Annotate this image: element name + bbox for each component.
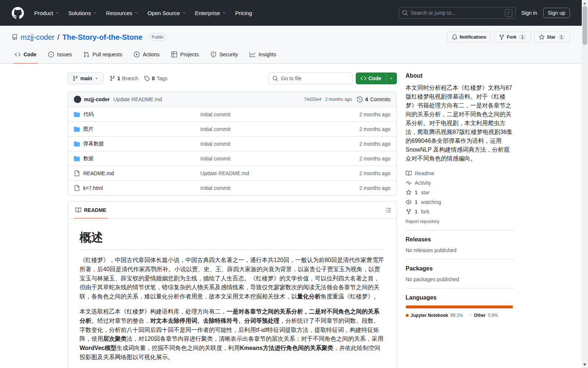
notifications-button[interactable]: Notifications [447, 32, 491, 43]
commit-message-link[interactable]: Initial commit [200, 112, 321, 117]
commit-date: 2 months ago [321, 141, 391, 147]
history-icon [357, 96, 363, 102]
watchers-link[interactable]: 1watching [406, 199, 514, 205]
repo-icon [12, 34, 18, 40]
report-repository-link[interactable]: Report repository [406, 219, 514, 224]
toolbar-right: Code [268, 72, 397, 84]
search-input[interactable] [411, 10, 502, 16]
tab-insights[interactable]: Insights [245, 46, 280, 63]
header-search[interactable]: / [399, 7, 516, 19]
tab-pull-requests[interactable]: Pull requests [79, 46, 126, 63]
nav-solutions[interactable]: Solutions [65, 7, 100, 19]
divider [406, 230, 514, 230]
language-segment-jupyter[interactable] [406, 305, 513, 308]
commit-hash-time[interactable]: 74d33e4 · 2 months ago [304, 97, 352, 102]
readme-section: README 概述 《红楼梦》，中国古代章回体长篇小说，中国古典四大名著之一，通… [68, 201, 397, 368]
stargazers-link[interactable]: 1star [406, 190, 514, 195]
goto-file-search[interactable] [268, 72, 353, 84]
tab-projects[interactable]: Projects [167, 46, 203, 63]
scrollbar-thumb[interactable] [582, 6, 587, 45]
forks-link[interactable]: 1fork [406, 209, 514, 215]
language-item-other[interactable]: Other 0.9% [469, 313, 498, 318]
sidebar: About 本文同时分析程乙本《红楼梦》文档与87版红楼梦电视剧弹幕语料。对于《… [406, 72, 514, 368]
folder-icon [74, 141, 80, 147]
tag-icon [144, 75, 150, 81]
outline-icon[interactable] [383, 205, 394, 215]
language-bar[interactable] [406, 305, 514, 308]
fork-button[interactable]: Fork 1 [494, 32, 531, 43]
chevron-down-icon [389, 76, 394, 81]
divider [406, 288, 514, 289]
file-link[interactable]: 弹幕数据 [83, 141, 104, 147]
file-link[interactable]: 代码 [83, 111, 94, 118]
table-row: README.md Update README.md 2 months ago [68, 166, 397, 180]
file-toolbar: main 1Branch 0Tags [68, 72, 397, 84]
star-icon [406, 190, 412, 195]
pull-request-icon [83, 52, 89, 57]
file-link[interactable]: 数据 [83, 155, 94, 162]
bell-icon [452, 34, 458, 40]
divider [406, 259, 514, 259]
file-link[interactable]: README.md [83, 170, 114, 176]
readme-link[interactable]: Readme [406, 170, 514, 176]
commit-author-link[interactable]: mzjj-coder [84, 96, 110, 102]
visibility-badge: Public [148, 33, 167, 41]
play-icon [134, 52, 140, 57]
avatar[interactable] [74, 96, 81, 103]
github-repo-page: Product Solutions Resources Open Source … [0, 0, 582, 368]
tags-link[interactable]: 0Tags [144, 75, 167, 81]
chevron-down-icon [134, 11, 139, 15]
sign-up-button[interactable]: Sign up [543, 8, 570, 18]
repo-name-link[interactable]: The-Story-of-the-Stone [62, 33, 143, 42]
readme-paragraph: 本文选取程乙本《红楼梦》构建语料库，处理方向有二，一是对各章节之间的关系分析，二… [80, 307, 385, 362]
commit-date: 2 months ago [321, 126, 391, 132]
star-count: 1 [557, 34, 565, 40]
branches-link[interactable]: 1Branch [110, 75, 138, 81]
nav-resources[interactable]: Resources [103, 7, 141, 19]
commit-message-link[interactable]: Initial commit [200, 185, 321, 191]
commit-message-link[interactable]: Update README.md [114, 96, 162, 102]
commit-message-link[interactable]: Initial commit [200, 156, 321, 162]
branch-selector[interactable]: main [68, 72, 104, 84]
search-icon [402, 10, 408, 16]
commit-message-link[interactable]: Initial commit [200, 126, 321, 132]
chevron-down-icon [55, 11, 60, 15]
readme-tab[interactable]: README [71, 202, 111, 218]
commit-message-link[interactable]: Initial commit [200, 141, 321, 147]
language-segment-other[interactable] [513, 305, 514, 308]
file-link[interactable]: 图片 [83, 126, 94, 132]
commit-date: 2 months ago [321, 112, 391, 117]
nav-enterprise[interactable]: Enterprise [192, 7, 229, 19]
file-link[interactable]: k=7.html [83, 185, 103, 191]
latest-commit-bar: mzjj-coder Update README.md 74d33e4 · 2 … [68, 92, 397, 107]
code-icon [15, 52, 21, 57]
commit-message-link[interactable]: Update README.md [200, 170, 321, 176]
breadcrumb: mzjj-coder / The-Story-of-the-Stone Publ… [12, 33, 167, 42]
nav-open-source[interactable]: Open Source [144, 7, 189, 19]
vertical-scrollbar[interactable] [582, 0, 588, 368]
repo-header: mzjj-coder / The-Story-of-the-Stone Publ… [0, 26, 582, 64]
packages-title: Packages [406, 265, 514, 272]
commit-history-link[interactable]: 4Commits [357, 96, 390, 102]
scrollbar-up-arrow[interactable] [583, 2, 586, 4]
tab-code[interactable]: Code [10, 46, 41, 63]
chevron-down-icon [94, 76, 99, 81]
languages-title: Languages [406, 294, 514, 301]
activity-link[interactable]: Activity [406, 180, 514, 186]
nav-pricing[interactable]: Pricing [232, 7, 255, 19]
tab-actions[interactable]: Actions [129, 46, 164, 63]
sign-in-link[interactable]: Sign in [521, 10, 537, 16]
repo-owner-link[interactable]: mzjj-coder [21, 33, 54, 42]
star-button[interactable]: Star 1 [534, 32, 570, 43]
code-dropdown-caret[interactable] [386, 73, 397, 84]
tab-security[interactable]: Security [206, 46, 243, 63]
readme-header: README [68, 202, 397, 219]
github-logo-icon[interactable] [12, 7, 24, 19]
packages-empty-text: No packages published [406, 276, 514, 282]
nav-product[interactable]: Product [31, 7, 62, 19]
language-item-jupyter[interactable]: Jupyter Notebook 99.1% [406, 313, 463, 318]
tab-issues[interactable]: Issues [44, 46, 76, 63]
scrollbar-down-arrow[interactable] [583, 364, 586, 366]
goto-file-input[interactable] [281, 75, 349, 81]
code-download-button[interactable]: Code [356, 72, 397, 84]
